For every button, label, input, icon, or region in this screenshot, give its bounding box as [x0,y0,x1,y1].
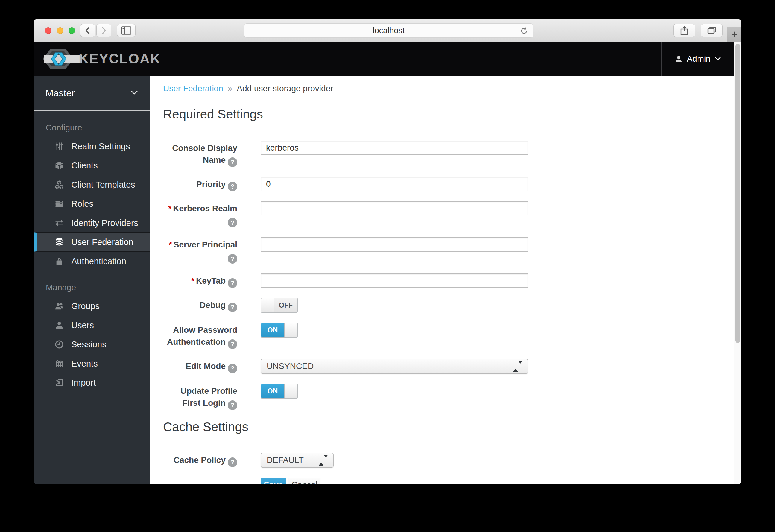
tabs-icon [707,26,717,35]
back-button[interactable] [80,24,95,37]
user-menu[interactable]: Admin [661,42,734,76]
field-label: *Server Principal? [163,237,237,263]
toggle-handle [284,323,297,337]
field-label: Edit Mode? [163,359,237,374]
browser-window: localhost [33,19,742,484]
url-text: localhost [373,26,405,35]
section-divider [163,440,727,440]
cube-icon [55,161,64,170]
share-button[interactable] [673,24,695,37]
toggle-on-label: ON [261,323,284,337]
section-divider [163,127,727,127]
chevron-down-icon [715,57,721,61]
required-marker: * [168,204,171,213]
field-label: *Kerberos Realm? [163,201,237,227]
tab-overview-button[interactable] [701,24,723,37]
reload-icon[interactable] [520,26,529,35]
sidebar-toggle-button[interactable] [117,24,135,37]
sidebar-item-client-templates[interactable]: Client Templates [33,175,150,194]
priority-input[interactable] [261,177,528,191]
cache-policy-select[interactable]: DEFAULT [261,453,333,468]
field-label: *KeyTab? [163,274,237,288]
help-icon[interactable]: ? [228,182,237,191]
sidebar-item-label: Client Templates [71,180,135,190]
sidebar-item-users[interactable]: Users [33,316,150,335]
toggle-off-label: OFF [274,298,297,312]
user-menu-label: Admin [687,54,710,64]
sidebar-item-label: Identity Providers [71,218,138,228]
scrollbar-thumb[interactable] [735,44,740,343]
debug-row: Debug? OFF [163,298,727,313]
cancel-button[interactable]: Cancel [289,478,320,484]
sidebar-item-clients[interactable]: Clients [33,156,150,175]
help-icon[interactable]: ? [228,303,237,312]
help-icon[interactable]: ? [228,254,237,263]
kerberos-realm-row: *Kerberos Realm? [163,201,727,227]
sidebar-item-import[interactable]: Import [33,373,150,392]
help-icon[interactable]: ? [228,157,237,167]
kerberos-realm-input[interactable] [261,201,528,215]
zoom-window-button[interactable] [68,27,75,34]
sidebar-item-sessions[interactable]: Sessions [33,335,150,354]
field-label: Priority? [163,177,237,191]
server-principal-input[interactable] [261,237,528,251]
sidebar-item-label: Sessions [71,340,106,350]
sidebar-item-label: Events [71,359,98,369]
close-window-button[interactable] [45,27,51,34]
svg-text:KEYCLOAK: KEYCLOAK [79,51,161,66]
realm-name: Master [45,88,75,99]
select-carets-icon [513,364,523,369]
sidebar-item-identity-providers[interactable]: Identity Providers [33,213,150,232]
update-profile-first-login-row: Update Profile First Login? ON [163,384,727,410]
debug-toggle[interactable]: OFF [261,298,298,313]
sidebar-item-groups[interactable]: Groups [33,297,150,316]
sidebar-item-user-federation[interactable]: User Federation [33,232,150,251]
sidebar-section-configure: Configure [46,123,150,132]
sidebar-item-realm-settings[interactable]: Realm Settings [33,137,150,156]
toggle-on-label: ON [261,384,284,398]
sidebar-item-authentication[interactable]: Authentication [33,251,150,271]
help-icon[interactable]: ? [228,339,237,349]
allow-password-authentication-row: Allow Password Authentication? ON [163,323,727,349]
update-profile-first-login-toggle[interactable]: ON [261,384,298,399]
server-principal-row: *Server Principal? [163,237,727,263]
sidebar-item-label: Realm Settings [71,141,130,151]
edit-mode-select[interactable]: UNSYNCED [261,359,528,374]
help-icon[interactable]: ? [228,218,237,227]
required-marker: * [191,276,194,286]
minimize-window-button[interactable] [57,27,63,34]
console-display-name-input[interactable] [261,141,528,155]
help-icon[interactable]: ? [228,400,237,410]
new-tab-button[interactable]: + [727,27,742,42]
page-viewport: KEYCLOAK Admin Master [33,42,734,484]
required-settings-title: Required Settings [163,107,727,121]
allow-password-authentication-toggle[interactable]: ON [261,323,298,338]
required-marker: * [169,240,172,249]
help-icon[interactable]: ? [228,364,237,373]
field-label: Allow Password Authentication? [163,323,237,349]
page-scrollbar[interactable] [734,42,742,484]
sidebar-item-events[interactable]: Events [33,354,150,373]
help-icon[interactable]: ? [228,458,237,467]
breadcrumb-user-federation-link[interactable]: User Federation [163,84,223,93]
sidebar-item-label: Import [71,378,96,388]
chevron-left-icon [84,26,91,35]
keytab-input[interactable] [261,274,528,288]
save-button[interactable]: Save [261,478,286,484]
sidebar-item-label: User Federation [71,237,133,247]
field-label: Debug? [163,298,237,313]
breadcrumb-current: Add user storage provider [237,84,333,93]
help-icon[interactable]: ? [228,278,237,288]
realm-selector[interactable]: Master [33,76,150,111]
chevron-right-icon [100,26,107,35]
lock-icon [55,257,64,266]
address-bar[interactable]: localhost [244,23,533,38]
database-icon [55,237,64,246]
sidebar-item-roles[interactable]: Roles [33,194,150,213]
sidebar-item-label: Groups [71,301,100,311]
forward-button[interactable] [96,24,111,37]
sidebar-section-manage: Manage [46,283,150,292]
field-label: Console Display Name? [163,141,237,167]
user-icon [675,55,683,63]
cache-settings-title: Cache Settings [163,420,727,434]
